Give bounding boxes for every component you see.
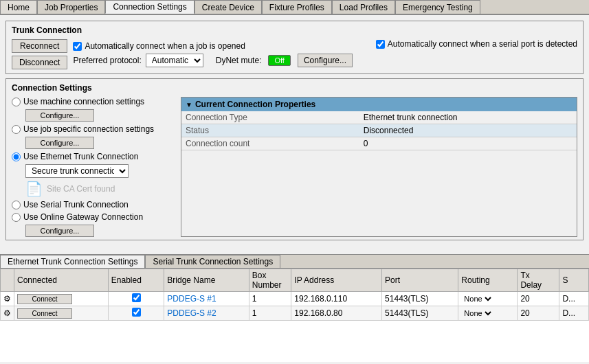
job-specific-radio[interactable]: [12, 125, 21, 134]
tab-create-device[interactable]: Create Device: [195, 0, 262, 14]
trunk-buttons: Reconnect Disconnect: [12, 39, 67, 69]
col-s: S: [559, 269, 589, 292]
row2-box-number: 1: [249, 306, 291, 321]
serial-trunk-label: Use Serial Trunk Connection: [23, 200, 129, 209]
col-bridge-name: Bridge Name: [164, 269, 249, 292]
tab-load-profiles[interactable]: Load Profiles: [332, 0, 395, 14]
machine-option-row: Use machine connection settings: [12, 97, 177, 106]
prop-value-connection-count: 0: [359, 137, 577, 150]
expand-icon[interactable]: ▼: [186, 101, 192, 109]
prop-label-connection-count: Connection count: [181, 137, 359, 150]
bottom-configure-button[interactable]: Configure...: [25, 225, 94, 237]
row1-box-number: 1: [249, 292, 291, 306]
reconnect-button[interactable]: Reconnect: [12, 39, 67, 53]
row2-enabled-cell: [108, 306, 164, 321]
bottom-section: Ethernet Trunk Connection Settings Seria…: [0, 254, 589, 364]
auto-connect-job-label: Automatically connect when a job is open…: [85, 41, 245, 51]
col-tx-delay: TxDelay: [518, 269, 559, 292]
prop-label-connection-type: Connection Type: [181, 111, 359, 124]
row1-ip-address: 192.168.0.110: [291, 292, 382, 306]
bottom-tab-ethernet[interactable]: Ethernet Trunk Connection Settings: [0, 255, 145, 268]
conn-left-panel: Use machine connection settings Configur…: [12, 97, 177, 237]
row2-connect-button[interactable]: Connect: [17, 308, 72, 319]
auto-connect-serial-checkbox[interactable]: [376, 40, 385, 49]
row2-connect-cell: Connect: [14, 306, 109, 321]
dynet-toggle[interactable]: Off: [268, 55, 290, 66]
bottom-tab-bar: Ethernet Trunk Connection Settings Seria…: [0, 255, 589, 269]
connection-settings-section: Connection Settings Use machine connecti…: [5, 78, 584, 240]
col-enabled: Enabled: [108, 269, 164, 292]
row1-connect-button[interactable]: Connect: [17, 294, 72, 304]
col-icon: [1, 269, 14, 292]
online-gateway-label: Use Online Gateway Connection: [23, 212, 143, 222]
tab-connection-settings[interactable]: Connection Settings: [105, 0, 194, 14]
bottom-tab-serial[interactable]: Serial Trunk Connection Settings: [145, 255, 280, 268]
fingerprint-icon: 📄: [25, 181, 43, 197]
prop-value-status: Disconnected: [359, 124, 577, 137]
dynet-configure-button[interactable]: Configure...: [298, 54, 353, 67]
row2-ip-address: 192.168.0.80: [291, 306, 382, 321]
prop-row-status: Status Disconnected: [181, 124, 577, 137]
machine-radio[interactable]: [12, 98, 21, 106]
current-props-table: Connection Type Ethernet trunk connectio…: [181, 111, 577, 150]
preferred-protocol-select[interactable]: Automatic TCP/IP Serial: [146, 54, 203, 67]
row1-routing: None: [458, 292, 518, 306]
row1-routing-select[interactable]: None: [461, 294, 493, 304]
auto-connect-serial-row: Automatically connect when a serial port…: [376, 39, 577, 49]
table-row: ⚙ Connect PDDEG-S #1 1 192.168.0.110 514…: [1, 292, 589, 306]
row2-port: 51443(TLS): [382, 306, 458, 321]
current-props-title: Current Connection Properties: [195, 100, 315, 109]
machine-configure-button[interactable]: Configure...: [25, 109, 94, 122]
tab-emergency-testing[interactable]: Emergency Testing: [395, 0, 480, 14]
secure-trunk-select[interactable]: Secure trunk connection Standard trunk c…: [25, 164, 129, 178]
prop-row-connection-type: Connection Type Ethernet trunk connectio…: [181, 111, 577, 124]
protocol-row: Preferred protocol: Automatic TCP/IP Ser…: [73, 54, 353, 67]
row1-bridge-name: PDDEG-S #1: [164, 292, 249, 306]
ethernet-trunk-label: Use Ethernet Trunk Connection: [23, 152, 138, 161]
connection-settings-layout: Use machine connection settings Configur…: [12, 97, 577, 237]
prop-value-connection-type: Ethernet trunk connection: [359, 111, 577, 124]
serial-trunk-option-row: Use Serial Trunk Connection: [12, 200, 177, 209]
auto-connect-serial-label: Automatically connect when a serial port…: [388, 39, 577, 49]
data-table-wrapper: Connected Enabled Bridge Name BoxNumber …: [0, 269, 589, 362]
ethernet-connection-table: Connected Enabled Bridge Name BoxNumber …: [0, 269, 589, 321]
tab-home[interactable]: Home: [0, 0, 37, 14]
table-header-row: Connected Enabled Bridge Name BoxNumber …: [1, 269, 589, 292]
job-specific-label: Use job specific connection settings: [23, 124, 154, 134]
row2-bridge-name: PDDEG-S #2: [164, 306, 249, 321]
serial-trunk-radio[interactable]: [12, 201, 21, 209]
disconnect-button[interactable]: Disconnect: [12, 56, 67, 69]
job-specific-configure-button[interactable]: Configure...: [25, 137, 94, 149]
trunk-connection-title: Trunk Connection: [12, 25, 577, 35]
row1-icon: ⚙: [1, 292, 14, 306]
main-content: Trunk Connection Reconnect Disconnect Au…: [0, 15, 589, 254]
row2-routing: None: [458, 306, 518, 321]
job-specific-option-row: Use job specific connection settings: [12, 124, 177, 134]
row1-port: 51443(TLS): [382, 292, 458, 306]
row2-routing-select[interactable]: None: [461, 308, 493, 318]
tab-fixture-profiles[interactable]: Fixture Profiles: [262, 0, 332, 14]
row1-enabled-checkbox[interactable]: [132, 293, 141, 302]
online-gateway-option-row: Use Online Gateway Connection: [12, 212, 177, 222]
tab-job-properties[interactable]: Job Properties: [37, 0, 105, 14]
row2-icon: ⚙: [1, 306, 14, 321]
col-port: Port: [382, 269, 458, 292]
preferred-protocol-label: Preferred protocol:: [73, 56, 141, 65]
secure-trunk-dropdown-row: Secure trunk connection Standard trunk c…: [25, 164, 177, 178]
dynet-label: DyNet mute:: [216, 56, 262, 65]
table-row: ⚙ Connect PDDEG-S #2 1 192.168.0.80 5144…: [1, 306, 589, 321]
machine-label: Use machine connection settings: [23, 97, 144, 106]
conn-right-panel: ▼ Current Connection Properties Connecti…: [181, 97, 577, 237]
auto-connect-job-checkbox[interactable]: [73, 42, 82, 51]
online-gateway-radio[interactable]: [12, 213, 21, 222]
col-ip-address: IP Address: [291, 269, 382, 292]
ethernet-trunk-radio[interactable]: [12, 152, 21, 161]
prop-label-status: Status: [181, 124, 359, 137]
ethernet-trunk-option-row: Use Ethernet Trunk Connection: [12, 152, 177, 161]
trunk-controls: Reconnect Disconnect Automatically conne…: [12, 39, 577, 69]
tab-bar: Home Job Properties Connection Settings …: [0, 0, 589, 15]
auto-connect-job-row: Automatically connect when a job is open…: [73, 41, 353, 51]
row2-s: D...: [559, 306, 589, 321]
trunk-connection-section: Trunk Connection Reconnect Disconnect Au…: [5, 21, 584, 74]
row2-enabled-checkbox[interactable]: [132, 308, 141, 317]
